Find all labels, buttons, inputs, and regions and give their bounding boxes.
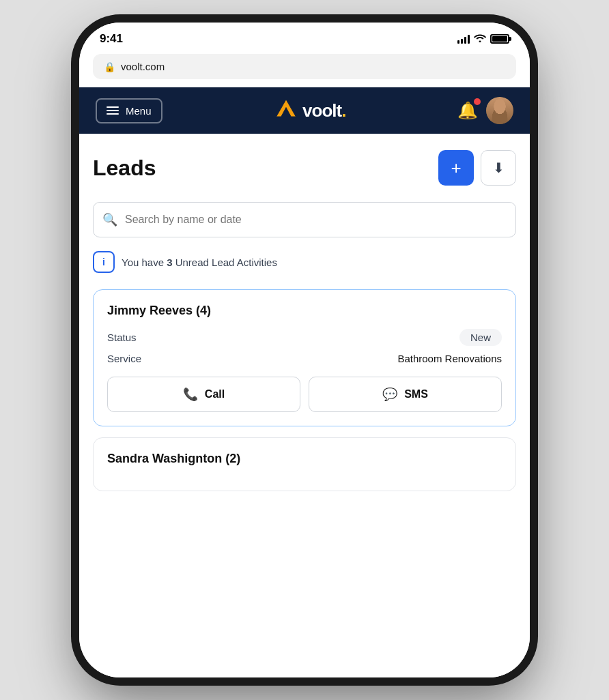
service-label: Service: [107, 353, 141, 364]
lead-card-sandra[interactable]: Sandra Washignton (2): [93, 437, 516, 491]
lead-card-jimmy[interactable]: Jimmy Reeves (4) Status New Service Bath…: [93, 289, 516, 426]
service-value: Bathroom Renovations: [397, 353, 502, 364]
avatar[interactable]: [486, 97, 513, 124]
menu-button[interactable]: Menu: [96, 98, 162, 123]
brand-name: voolt.: [302, 100, 345, 121]
download-icon: ⬇: [493, 160, 505, 176]
lead-actions-jimmy: 📞 Call 💬 SMS: [107, 377, 502, 412]
search-icon: 🔍: [102, 212, 117, 227]
search-container: 🔍: [93, 202, 516, 237]
url-bar-container: 🔒 voolt.com: [79, 51, 530, 87]
call-label: Call: [205, 388, 225, 400]
lead-status-row: Status New: [107, 329, 502, 346]
phone-icon: 📞: [183, 387, 198, 402]
voolt-logo: voolt.: [274, 98, 345, 123]
wifi-icon: [474, 33, 486, 44]
svg-marker-0: [277, 100, 296, 117]
main-content: Leads + ⬇ 🔍 i You have 3: [79, 134, 530, 677]
battery-icon: [490, 34, 509, 44]
notification-badge: [474, 98, 481, 105]
search-input[interactable]: [93, 202, 516, 237]
page-title: Leads: [93, 156, 156, 181]
sms-button[interactable]: 💬 SMS: [309, 377, 502, 412]
lead-name-jimmy: Jimmy Reeves (4): [107, 304, 502, 318]
phone-shell: 9:41 🔒 vo: [0, 0, 609, 700]
sms-icon: 💬: [382, 387, 397, 402]
avatar-image: [486, 97, 513, 124]
hamburger-icon: [107, 106, 119, 115]
bell-container[interactable]: 🔔: [457, 101, 478, 120]
lock-icon: 🔒: [104, 61, 115, 72]
nav-right: 🔔: [457, 97, 513, 124]
alert-banner: i You have 3 Unread Lead Activities: [93, 248, 516, 276]
header-actions: + ⬇: [438, 150, 516, 186]
status-icons: [457, 33, 509, 44]
plus-icon: +: [451, 158, 461, 179]
status-bar: 9:41: [79, 23, 530, 51]
menu-label: Menu: [126, 105, 152, 117]
status-time: 9:41: [100, 32, 123, 46]
lead-service-row: Service Bathroom Renovations: [107, 353, 502, 364]
lead-fields-jimmy: Status New Service Bathroom Renovations: [107, 329, 502, 364]
url-bar[interactable]: 🔒 voolt.com: [93, 54, 516, 79]
signal-icon: [457, 34, 470, 44]
alert-text: You have 3 Unread Lead Activities: [122, 257, 277, 268]
status-badge: New: [459, 329, 502, 346]
lead-name-sandra: Sandra Washignton (2): [107, 452, 502, 466]
sms-label: SMS: [404, 388, 428, 400]
status-label: Status: [107, 332, 137, 343]
info-icon: i: [93, 251, 115, 273]
alert-count: 3: [167, 257, 172, 268]
add-lead-button[interactable]: +: [438, 150, 474, 186]
download-button[interactable]: ⬇: [481, 150, 516, 186]
voolt-logo-icon: [274, 98, 298, 123]
url-text: voolt.com: [121, 61, 165, 72]
nav-bar: Menu voolt. 🔔: [79, 87, 530, 134]
page-header: Leads + ⬇: [93, 150, 516, 186]
call-button[interactable]: 📞 Call: [107, 377, 300, 412]
phone-frame: 9:41 🔒 vo: [79, 23, 530, 677]
